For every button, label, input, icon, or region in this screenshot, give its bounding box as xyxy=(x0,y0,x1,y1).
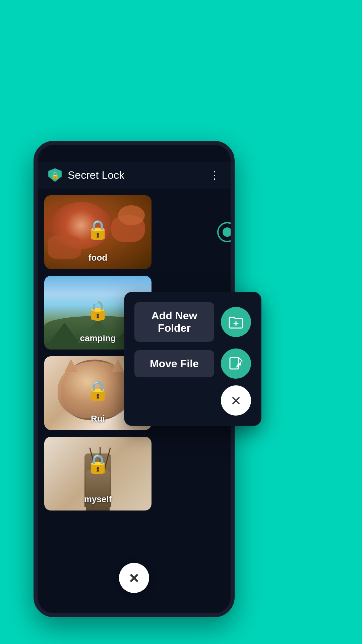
folder-thumbnail-food[interactable]: 🔒 food xyxy=(44,195,152,269)
folder-label-camping: camping xyxy=(80,333,116,343)
bottom-close-icon: × xyxy=(129,570,139,586)
cat-ear-left xyxy=(64,359,78,372)
diffuser-bottle xyxy=(86,470,110,511)
app-bar: 🔒 Secret Lock ⋮ xyxy=(38,162,231,189)
cat-ear-right xyxy=(111,359,125,372)
lock-icon-food: 🔒 xyxy=(86,219,110,241)
app-title-text: Secret Lock xyxy=(68,169,124,181)
bottom-close-button[interactable]: × xyxy=(119,563,149,593)
add-folder-button[interactable] xyxy=(221,307,251,337)
popup-menu: Add NewFolder Move File × xyxy=(124,292,261,426)
app-bar-left: 🔒 Secret Lock xyxy=(48,168,124,182)
popup-close-button[interactable]: × xyxy=(221,385,251,416)
move-file-button[interactable] xyxy=(221,348,251,379)
app-logo-icon: 🔒 xyxy=(48,168,62,182)
menu-dots-icon[interactable]: ⋮ xyxy=(209,169,221,181)
list-item[interactable]: 🔒 food xyxy=(44,195,224,269)
lock-icon-rui: 🔒 xyxy=(86,380,110,402)
svg-text:🔒: 🔒 xyxy=(51,171,59,179)
lock-icon-camping: 🔒 xyxy=(86,299,110,321)
folder-label-myself: myself xyxy=(84,494,112,504)
list-item[interactable]: 🔒 myself xyxy=(44,437,224,511)
folder-label-rui: Rui xyxy=(91,414,105,424)
status-bar xyxy=(38,145,231,162)
lock-icon-myself: 🔒 xyxy=(86,453,110,475)
drag-handle-food[interactable] xyxy=(217,222,235,242)
close-button-row: × xyxy=(134,385,251,416)
close-icon: × xyxy=(231,392,241,409)
drag-handle-inner xyxy=(223,227,232,237)
folder-label-food: food xyxy=(88,253,107,263)
move-file-label: Move File xyxy=(134,350,214,377)
folder-thumbnail-myself[interactable]: 🔒 myself xyxy=(44,437,152,511)
move-file-row: Move File xyxy=(134,348,251,379)
svg-rect-8 xyxy=(230,358,239,369)
move-file-icon xyxy=(227,355,245,372)
add-folder-row: Add NewFolder xyxy=(134,302,251,342)
add-folder-icon xyxy=(227,313,245,331)
add-folder-text: Add NewFolder xyxy=(152,310,197,334)
add-folder-label: Add NewFolder xyxy=(134,302,214,342)
